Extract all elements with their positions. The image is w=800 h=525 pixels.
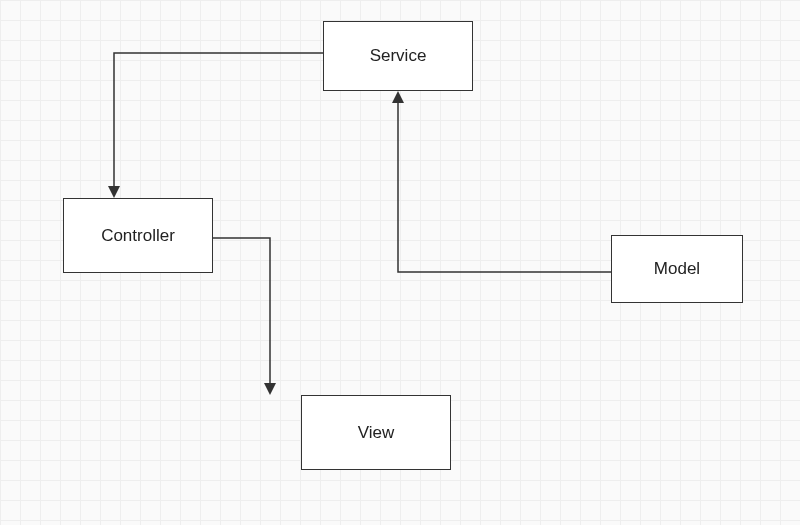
arrow-controller-to-view bbox=[213, 238, 270, 393]
node-view[interactable]: View bbox=[301, 395, 451, 470]
arrow-service-to-controller bbox=[114, 53, 323, 196]
node-view-label: View bbox=[358, 423, 395, 443]
diagram-canvas: Service Controller Model View bbox=[0, 0, 800, 525]
arrowhead-controller-to-view bbox=[264, 383, 276, 395]
node-service[interactable]: Service bbox=[323, 21, 473, 91]
arrowhead-model-to-service bbox=[392, 91, 404, 103]
node-model-label: Model bbox=[654, 259, 700, 279]
arrow-model-to-service bbox=[398, 93, 611, 272]
node-controller[interactable]: Controller bbox=[63, 198, 213, 273]
node-controller-label: Controller bbox=[101, 226, 175, 246]
arrowhead-service-to-controller bbox=[108, 186, 120, 198]
node-service-label: Service bbox=[370, 46, 427, 66]
node-model[interactable]: Model bbox=[611, 235, 743, 303]
